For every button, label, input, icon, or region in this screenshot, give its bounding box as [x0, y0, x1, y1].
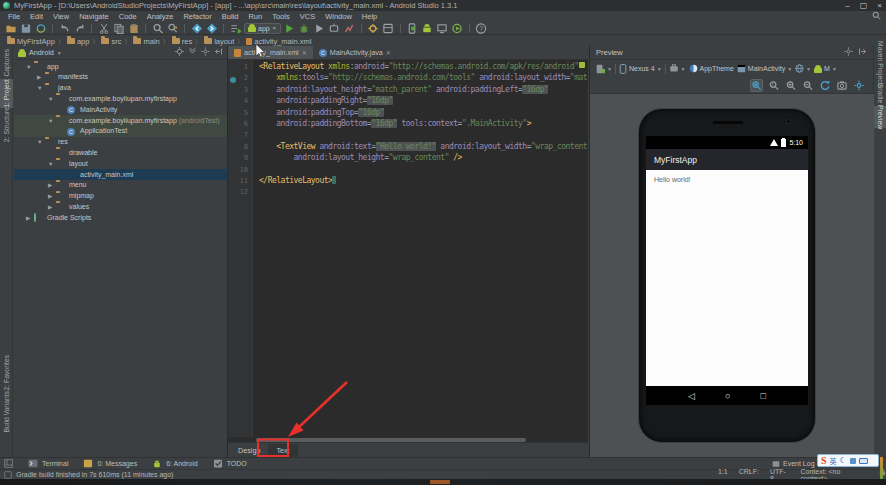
mode-tab-design[interactable]: Design	[230, 444, 268, 457]
tool-stripe-2-structure[interactable]: 2: Structure	[0, 109, 13, 141]
cut-icon[interactable]	[97, 23, 110, 34]
moon-icon[interactable]: ☾	[840, 456, 847, 465]
restore-button[interactable]: ▢	[860, 1, 868, 10]
tool-window-button-todo[interactable]: TODO	[212, 458, 247, 470]
tree-item-drawable[interactable]: drawable	[14, 147, 228, 158]
profile-icon[interactable]	[343, 23, 356, 34]
zoom-actual-icon[interactable]: 1	[767, 79, 780, 92]
orientation-selector[interactable]: ▼	[595, 64, 612, 74]
expanded-arrow-icon[interactable]: ▼	[26, 64, 31, 70]
tool-window-button-terminal[interactable]: Terminal	[27, 458, 68, 470]
config-selector[interactable]: ▼	[669, 64, 686, 73]
sync-icon[interactable]	[34, 23, 47, 34]
menu-build[interactable]: Build	[217, 11, 244, 22]
save-icon[interactable]	[19, 23, 32, 34]
tool-stripe-maven-projects[interactable]: Maven Projects	[874, 48, 886, 80]
inspection-status-icon[interactable]	[579, 62, 585, 68]
menu-edit[interactable]: Edit	[25, 11, 48, 22]
mode-tab-text[interactable]: Text	[268, 444, 297, 457]
window-toggle-icon[interactable]	[4, 459, 13, 469]
tool-window-button-0-messages[interactable]: 0: Messages	[82, 458, 137, 470]
menu-refactor[interactable]: Refactor	[178, 11, 216, 22]
collapsed-arrow-icon[interactable]: ▶	[37, 74, 41, 80]
editor-tab-activity-main-xml[interactable]: activity_main.xml✕	[228, 46, 313, 59]
redo-icon[interactable]	[73, 23, 86, 34]
activity-selector[interactable]: MainActivity▼	[737, 64, 792, 73]
tree-item-applicationtest[interactable]: CApplicationTest	[14, 126, 228, 137]
tool-stripe-2-favorites[interactable]: 2: Favorites	[0, 356, 13, 389]
breadcrumb-item-main[interactable]: main	[131, 37, 161, 46]
menu-analyze[interactable]: Analyze	[142, 11, 179, 22]
tree-item-gradle-scripts[interactable]: ▶Gradle Scripts	[14, 212, 228, 223]
minimize-button[interactable]: –	[845, 1, 849, 10]
tool-stripe-captures[interactable]: Captures	[0, 48, 13, 78]
tree-item-values[interactable]: ▶values	[14, 201, 228, 212]
ime-language-toggle[interactable]: 英	[830, 456, 837, 466]
close-tab-icon[interactable]: ✕	[302, 49, 307, 56]
expanded-arrow-icon[interactable]: ▼	[37, 85, 42, 91]
tool-stripe-build-variants[interactable]: Build Variants	[0, 391, 13, 433]
gear-blue-icon[interactable]	[852, 79, 865, 92]
sdk-manager-icon[interactable]	[421, 23, 434, 34]
tree-item-mainactivity[interactable]: CMainActivity	[14, 104, 228, 115]
menu-run[interactable]: Run	[243, 11, 267, 22]
close-button[interactable]: ×	[877, 1, 882, 10]
collapse-all-icon[interactable]	[188, 47, 197, 58]
menu-help[interactable]: Help	[357, 11, 382, 22]
collapsed-arrow-icon[interactable]: ▶	[48, 193, 52, 199]
collapsed-arrow-icon[interactable]: ▶	[48, 182, 52, 188]
expanded-arrow-icon[interactable]: ▼	[48, 96, 53, 102]
coverage-icon[interactable]	[313, 23, 326, 34]
tree-item-com-example-boyliupan-myfirstapp[interactable]: ▼com.example.boyliupan.myfirstapp (andro…	[14, 115, 228, 126]
breadcrumb-item-app[interactable]: app	[65, 37, 92, 46]
screenshot-icon[interactable]	[835, 79, 848, 92]
run-configuration-selector[interactable]: app▼	[244, 23, 281, 34]
undo-icon[interactable]	[58, 23, 71, 34]
gradle-sync-icon[interactable]	[451, 23, 464, 34]
tree-item-res[interactable]: ▼res	[14, 137, 228, 148]
tool-stripe-gradle[interactable]: Gradle	[874, 82, 886, 104]
open-icon[interactable]	[4, 23, 17, 34]
collapsed-arrow-icon[interactable]: ▶	[26, 215, 30, 221]
device-selector[interactable]: Nexus 4▼	[619, 64, 662, 74]
event-log-button[interactable]: Event Log	[772, 460, 815, 468]
refresh-icon[interactable]	[818, 79, 831, 92]
menu-view[interactable]: View	[48, 11, 74, 22]
sogou-logo-icon[interactable]: S	[821, 456, 827, 466]
copy-icon[interactable]	[112, 23, 125, 34]
tree-item-activity-main-xml[interactable]: activity_main.xml	[14, 169, 228, 180]
menu-file[interactable]: File	[3, 11, 25, 22]
search-everywhere-icon[interactable]	[872, 11, 881, 22]
paste-icon[interactable]	[127, 23, 140, 34]
expanded-arrow-icon[interactable]: ▼	[37, 139, 42, 145]
debug-icon[interactable]	[298, 23, 311, 34]
project-structure-icon[interactable]	[382, 23, 395, 34]
menu-navigate[interactable]: Navigate	[74, 11, 114, 22]
tree-item-manifests[interactable]: ▶manifests	[14, 72, 228, 83]
expanded-arrow-icon[interactable]: ▼	[48, 118, 53, 124]
settings-sync-icon[interactable]	[367, 23, 380, 34]
zoom-out-icon[interactable]	[801, 79, 814, 92]
tool-stripe-1-project[interactable]: 1: Project	[0, 79, 13, 108]
theme-selector[interactable]: AppTheme	[689, 64, 734, 73]
gear-icon[interactable]	[201, 47, 210, 58]
avd-manager-icon[interactable]	[406, 23, 419, 34]
tree-item-layout[interactable]: ▼layout	[14, 158, 228, 169]
zoom-in-icon[interactable]	[784, 79, 797, 92]
tool-window-button-6-android[interactable]: 6: Android	[151, 458, 198, 470]
forward-icon[interactable]	[205, 23, 218, 34]
hide-panel-icon[interactable]	[214, 47, 223, 58]
device-monitor-icon[interactable]	[436, 23, 449, 34]
breadcrumb-item-myfirstapp[interactable]: MyFirstApp	[5, 37, 57, 46]
run-list-icon[interactable]	[229, 23, 242, 34]
code-editor[interactable]: <RelativeLayout xmlns:android="http://sc…	[254, 60, 588, 437]
expanded-arrow-icon[interactable]: ▼	[48, 161, 53, 167]
menu-vcs[interactable]: VCS	[295, 11, 320, 22]
help-icon[interactable]: ?	[475, 23, 488, 34]
zoom-fit-icon[interactable]	[750, 79, 763, 92]
tree-item-menu[interactable]: ▶menu	[14, 180, 228, 191]
menu-tools[interactable]: Tools	[267, 11, 295, 22]
gear-icon[interactable]	[844, 47, 853, 58]
ime-keyboard-icon[interactable]	[859, 458, 868, 464]
tree-item-app[interactable]: ▼app	[14, 61, 228, 72]
